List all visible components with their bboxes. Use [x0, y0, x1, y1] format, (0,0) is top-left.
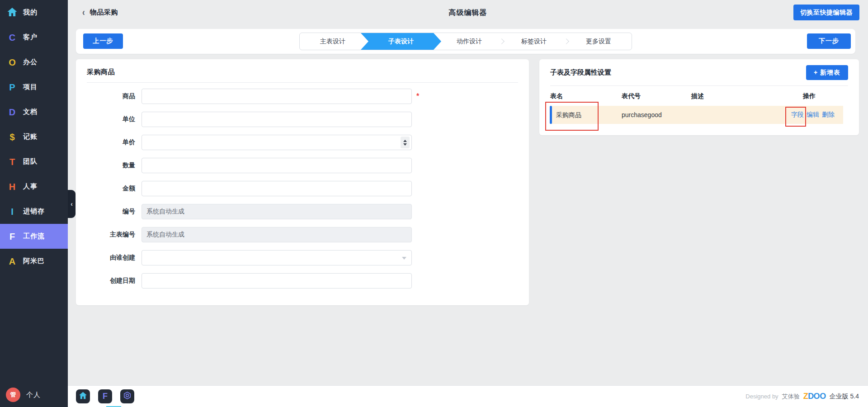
add-table-button[interactable]: + 新增表 — [806, 65, 848, 80]
wizard-step-2[interactable]: 子表设计 — [361, 33, 441, 50]
sidebar-item-label: 办公 — [23, 58, 38, 66]
avatar[interactable]: 管 — [6, 388, 20, 402]
sidebar-item-customer[interactable]: C客户 — [0, 25, 68, 50]
cell-table-name: 采购商品 — [556, 106, 581, 124]
sidebar-item-team[interactable]: T团队 — [0, 149, 68, 174]
sidebar-item-label: 客户 — [23, 33, 38, 42]
customer-icon: C — [6, 33, 19, 42]
topbar: ‹ 物品采购 高级编辑器 切换至快捷编辑器 — [68, 0, 868, 25]
sidebar-item-document[interactable]: D文档 — [0, 99, 68, 124]
row-actions: 字段编辑删除 — [791, 106, 835, 124]
fields-link[interactable]: 字段 — [791, 111, 804, 119]
number-spinner-icon[interactable] — [401, 137, 410, 148]
sidebar: 我的C客户O办公P项目D文档$记账T团队H人事I进销存F工作流A阿米巴 管 个人 — [0, 0, 68, 407]
sidebar-collapse-button[interactable]: ‹ — [68, 190, 75, 218]
workflow-f-icon: F — [103, 392, 108, 401]
step-wizard: 主表设计子表设计动作设计标签设计更多设置 — [299, 33, 632, 50]
sidebar-item-mine[interactable]: 我的 — [0, 0, 68, 25]
field-label-goods: 商品 — [76, 92, 142, 100]
zdoo-logo: ZDOO — [803, 392, 826, 401]
subtable-form-card: 采购商品 商品*单位单价数量金额编号主表编号由谁创建创建日期 — [76, 59, 529, 305]
workflow-icon: F — [6, 232, 19, 241]
table-row[interactable]: 采购商品purchasegood字段编辑删除 — [550, 106, 843, 124]
field-input-goods[interactable] — [142, 89, 412, 104]
taskbar-home-button[interactable] — [76, 389, 90, 403]
sidebar-item-accounting[interactable]: $记账 — [0, 124, 68, 149]
sidebar-user[interactable]: 管 个人 — [6, 388, 41, 402]
column-header-2: 表代号 — [622, 86, 641, 106]
form-row-goods: 商品* — [76, 89, 529, 104]
next-step-button[interactable]: 下一步 — [807, 33, 851, 49]
field-label-created-by: 由谁创建 — [76, 254, 142, 262]
home-icon — [79, 392, 87, 401]
taskbar: F — [76, 389, 134, 403]
field-input-created-by[interactable] — [142, 250, 412, 265]
wizard-step-4[interactable]: 标签设计 — [501, 33, 567, 50]
subtable-settings-panel: 子表及字段属性设置 + 新增表 表名表代号描述操作 采购商品purchasego… — [539, 59, 859, 135]
field-control-qty — [142, 158, 412, 173]
field-control-amount — [142, 181, 412, 196]
field-control-created-date — [142, 273, 412, 289]
page-title: 高级编辑器 — [68, 0, 868, 25]
edit-link[interactable]: 编辑 — [807, 111, 819, 119]
wizard-step-1[interactable]: 主表设计 — [300, 33, 366, 50]
field-label-code: 编号 — [76, 208, 142, 216]
hr-icon: H — [6, 182, 19, 191]
taskbar-apps-button[interactable] — [120, 389, 134, 403]
chevron-left-icon: ‹ — [71, 200, 73, 208]
field-input-price[interactable] — [142, 135, 412, 150]
switch-editor-button[interactable]: 切换至快捷编辑器 — [793, 5, 859, 20]
cell-table-code: purchasegood — [622, 106, 662, 124]
sidebar-item-label: 团队 — [23, 157, 38, 166]
column-header-1: 表名 — [550, 86, 563, 106]
sidebar-item-office[interactable]: O办公 — [0, 50, 68, 75]
delete-link[interactable]: 删除 — [822, 111, 835, 119]
sidebar-item-label: 记账 — [23, 133, 38, 141]
prev-step-button[interactable]: 上一步 — [83, 33, 123, 49]
wizard-step-3[interactable]: 动作设计 — [436, 33, 502, 50]
sidebar-item-workflow[interactable]: F工作流 — [0, 224, 68, 249]
field-input-unit[interactable] — [142, 112, 412, 127]
sidebar-item-stock[interactable]: I进销存 — [0, 199, 68, 224]
form-row-created-by: 由谁创建 — [76, 250, 529, 265]
field-input-parent-code — [142, 227, 412, 242]
home-icon — [6, 7, 19, 18]
required-asterisk: * — [416, 89, 419, 104]
field-label-unit: 单位 — [76, 115, 142, 123]
form-row-code: 编号 — [76, 204, 529, 219]
field-control-unit — [142, 112, 412, 127]
field-input-amount[interactable] — [142, 181, 412, 196]
hexagon-icon — [123, 391, 132, 402]
footer-credits: Designed by 艾体验 ZDOO 企业版 5.4 — [745, 386, 859, 407]
field-control-price — [142, 135, 412, 150]
sidebar-item-label: 阿米巴 — [23, 257, 45, 265]
field-input-code — [142, 204, 412, 219]
main-area: ‹ 物品采购 高级编辑器 切换至快捷编辑器 上一步 主表设计子表设计动作设计标签… — [68, 0, 868, 407]
form-row-parent-code: 主表编号 — [76, 227, 529, 242]
field-label-parent-code: 主表编号 — [76, 231, 142, 239]
sidebar-item-project[interactable]: P项目 — [0, 75, 68, 99]
sidebar-item-label: 我的 — [23, 8, 38, 17]
stock-icon: I — [6, 207, 19, 216]
form-row-price: 单价 — [76, 135, 529, 150]
field-control-goods — [142, 89, 412, 104]
sidebar-item-amoeba[interactable]: A阿米巴 — [0, 249, 68, 274]
field-input-created-date[interactable] — [142, 273, 412, 289]
select-caret-icon — [402, 257, 406, 260]
form-row-unit: 单位 — [76, 112, 529, 127]
sidebar-item-hr[interactable]: H人事 — [0, 174, 68, 199]
column-header-4: 操作 — [803, 86, 816, 106]
field-control-created-by — [142, 250, 412, 265]
sidebar-item-label: 工作流 — [23, 232, 45, 241]
accounting-icon: $ — [6, 133, 19, 142]
field-label-qty: 数量 — [76, 161, 142, 170]
taskbar-workflow-button[interactable]: F — [98, 389, 112, 403]
field-input-qty[interactable] — [142, 158, 412, 173]
brand-text: 艾体验 — [782, 393, 800, 401]
sidebar-item-label: 人事 — [23, 182, 38, 191]
user-label: 个人 — [26, 391, 41, 399]
panel-header: 子表及字段属性设置 + 新增表 — [550, 59, 848, 86]
wizard-step-5[interactable]: 更多设置 — [566, 33, 632, 50]
sidebar-item-label: 进销存 — [23, 207, 45, 216]
sidebar-nav: 我的C客户O办公P项目D文档$记账T团队H人事I进销存F工作流A阿米巴 — [0, 0, 68, 274]
